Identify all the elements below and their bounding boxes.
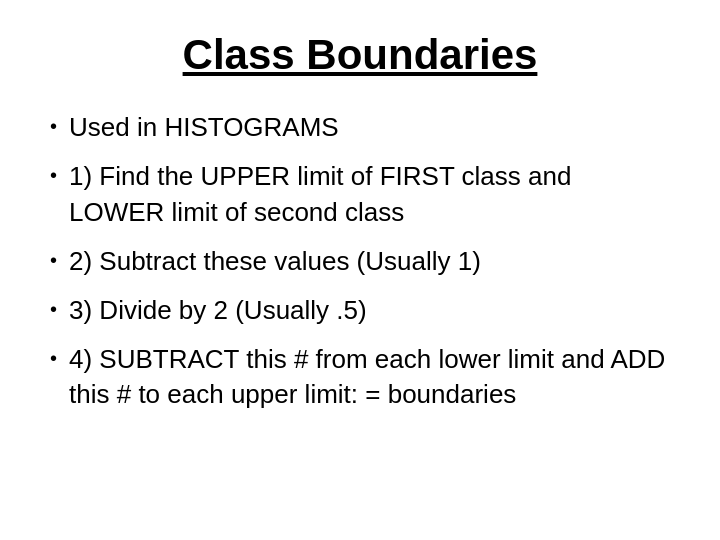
bullet-text-4: 3) Divide by 2 (Usually .5) xyxy=(69,293,670,328)
bullet-marker-3: • xyxy=(50,244,57,276)
bullet-list: •Used in HISTOGRAMS•1) Find the UPPER li… xyxy=(50,110,670,426)
bullet-marker-1: • xyxy=(50,110,57,142)
bullet-marker-4: • xyxy=(50,293,57,325)
bullet-item-3: •2) Subtract these values (Usually 1) xyxy=(50,244,670,279)
bullet-marker-5: • xyxy=(50,342,57,374)
bullet-text-2: 1) Find the UPPER limit of FIRST class a… xyxy=(69,159,670,229)
bullet-text-5: 4) SUBTRACT this # from each lower limit… xyxy=(69,342,670,412)
page-title: Class Boundaries xyxy=(50,30,670,80)
bullet-marker-2: • xyxy=(50,159,57,191)
bullet-item-2: •1) Find the UPPER limit of FIRST class … xyxy=(50,159,670,229)
bullet-item-1: •Used in HISTOGRAMS xyxy=(50,110,670,145)
bullet-text-1: Used in HISTOGRAMS xyxy=(69,110,670,145)
bullet-item-5: •4) SUBTRACT this # from each lower limi… xyxy=(50,342,670,412)
bullet-item-4: •3) Divide by 2 (Usually .5) xyxy=(50,293,670,328)
bullet-text-3: 2) Subtract these values (Usually 1) xyxy=(69,244,670,279)
